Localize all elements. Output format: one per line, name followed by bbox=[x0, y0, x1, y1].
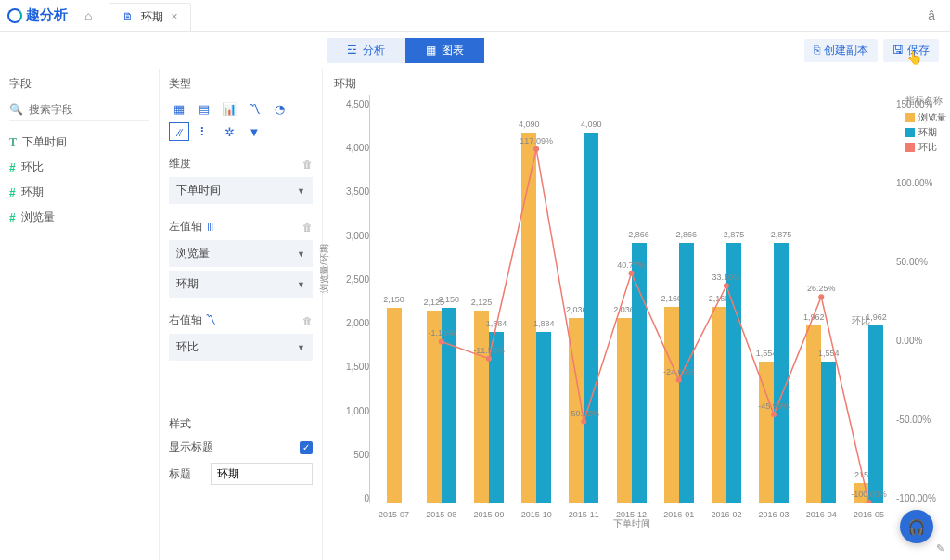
bar-axis-icon: ⫼ bbox=[205, 220, 216, 233]
legend-item[interactable]: 环比 bbox=[905, 141, 946, 154]
left-axis-label: 左值轴 bbox=[169, 220, 202, 233]
left-axis-select-1[interactable]: 浏览量▼ bbox=[169, 240, 313, 267]
title-field-label: 标题 bbox=[169, 466, 191, 482]
type-scatter-icon[interactable]: ⠇ bbox=[194, 122, 214, 141]
tab-analysis[interactable]: ☲ 分析 bbox=[327, 38, 405, 63]
tab-label: 环期 bbox=[141, 9, 163, 25]
caret-down-icon: ▼ bbox=[297, 249, 305, 259]
field-type-icon: # bbox=[9, 211, 16, 224]
type-title: 类型 bbox=[169, 76, 313, 92]
type-bar-icon[interactable]: 📊 bbox=[219, 99, 239, 118]
plot[interactable]: 2,1502,1252,1502,1251,8844,0901,8842,036… bbox=[369, 95, 892, 503]
field-item[interactable]: #环比 bbox=[9, 155, 149, 180]
title-input[interactable] bbox=[211, 463, 313, 485]
field-type-icon: # bbox=[9, 161, 16, 174]
type-line-icon[interactable]: 〽 bbox=[244, 99, 264, 118]
type-pivot-icon[interactable]: ▤ bbox=[194, 99, 214, 118]
dimension-select[interactable]: 下单时间 ▼ bbox=[169, 177, 313, 204]
chart-area: 环期 浏览量/环期 4,5004,0003,5003,0002,5002,000… bbox=[323, 69, 950, 560]
field-item[interactable]: #浏览量 bbox=[9, 205, 149, 230]
app-logo: 趣分析 bbox=[7, 6, 68, 24]
show-title-label: 显示标题 bbox=[169, 439, 213, 455]
chart-title: 环期 bbox=[334, 76, 939, 92]
config-panel: 类型 ▦ ▤ 📊 〽 ◔ ⫽ ⠇ ✲ ▼ 维度 🗑 下单时间 ▼ 左值轴 ⫼ bbox=[160, 69, 323, 560]
chart-icon: ▦ bbox=[426, 44, 436, 57]
field-type-icon: # bbox=[9, 186, 16, 199]
y-axis-right-label: 环比 bbox=[852, 314, 870, 327]
caret-down-icon: ▼ bbox=[297, 343, 305, 352]
y-axis-left: 4,5004,0003,5003,0002,5002,0001,5001,000… bbox=[334, 95, 369, 531]
help-fab[interactable]: 🎧 bbox=[900, 510, 933, 543]
field-type-icon: T bbox=[9, 135, 17, 149]
field-item[interactable]: T下单时间 bbox=[9, 130, 149, 155]
dimension-label: 维度 bbox=[169, 156, 191, 172]
type-pie-icon[interactable]: ◔ bbox=[269, 99, 289, 118]
right-axis-label: 右值轴 bbox=[169, 313, 202, 326]
save-icon: 🖫 bbox=[892, 44, 904, 57]
search-field[interactable]: 🔍 bbox=[9, 99, 149, 121]
layers-icon: ☲ bbox=[347, 44, 357, 57]
legend-swatch bbox=[905, 128, 915, 137]
search-icon: 🔍 bbox=[9, 103, 23, 116]
caret-down-icon: ▼ bbox=[297, 186, 305, 196]
caret-down-icon: ▼ bbox=[297, 280, 305, 289]
y-axis-right: 150.00%100.00%50.00%0.00%-50.00%-100.00% bbox=[892, 95, 939, 531]
trash-icon[interactable]: 🗑 bbox=[302, 315, 313, 326]
style-title: 样式 bbox=[169, 416, 313, 432]
close-icon[interactable]: × bbox=[171, 10, 177, 23]
legend-swatch bbox=[905, 143, 915, 152]
chart-type-grid: ▦ ▤ 📊 〽 ◔ ⫽ ⠇ ✲ ▼ bbox=[169, 99, 313, 141]
show-title-checkbox[interactable]: ✓ bbox=[300, 441, 313, 454]
view-mode-tabs: ☲ 分析 ▦ 图表 bbox=[327, 38, 484, 63]
logo-icon bbox=[7, 8, 22, 23]
y-axis-left-label: 浏览量/环期 bbox=[318, 244, 331, 293]
fields-title: 字段 bbox=[9, 76, 149, 92]
headset-icon: 🎧 bbox=[907, 518, 926, 536]
legend: 指标名称 浏览量环期环比 bbox=[905, 95, 946, 156]
search-input[interactable] bbox=[29, 103, 149, 116]
legend-swatch bbox=[905, 113, 915, 122]
document-icon: 🗎 bbox=[122, 10, 134, 23]
legend-item[interactable]: 环期 bbox=[905, 126, 946, 139]
copy-icon: ⎘ bbox=[814, 44, 820, 57]
trash-icon[interactable]: 🗑 bbox=[302, 159, 313, 170]
line-axis-icon: 〽 bbox=[205, 313, 216, 326]
trash-icon[interactable]: 🗑 bbox=[302, 222, 313, 233]
legend-title: 指标名称 bbox=[905, 95, 946, 108]
type-combo-icon[interactable]: ⫽ bbox=[169, 122, 189, 141]
left-axis-select-2[interactable]: 环期▼ bbox=[169, 271, 313, 298]
duplicate-button[interactable]: ⎘ 创建副本 bbox=[804, 39, 878, 62]
field-item[interactable]: #环期 bbox=[9, 180, 149, 205]
x-axis-label: 下单时间 bbox=[370, 517, 892, 530]
type-radar-icon[interactable]: ✲ bbox=[219, 122, 239, 141]
app-name: 趣分析 bbox=[26, 6, 68, 24]
legend-item[interactable]: 浏览量 bbox=[905, 111, 946, 124]
document-tab[interactable]: 🗎 环期 × bbox=[109, 3, 191, 31]
type-funnel-icon[interactable]: ▼ bbox=[244, 122, 264, 141]
type-table-icon[interactable]: ▦ bbox=[169, 99, 189, 118]
fields-panel: 字段 🔍 T下单时间#环比#环期#浏览量 bbox=[0, 69, 160, 560]
right-axis-select[interactable]: 环比▼ bbox=[169, 334, 313, 361]
user-icon[interactable]: â bbox=[928, 8, 935, 23]
save-button[interactable]: 🖫 保存 bbox=[883, 39, 939, 62]
tab-chart[interactable]: ▦ 图表 bbox=[405, 38, 484, 63]
home-icon[interactable]: ⌂ bbox=[84, 8, 92, 23]
